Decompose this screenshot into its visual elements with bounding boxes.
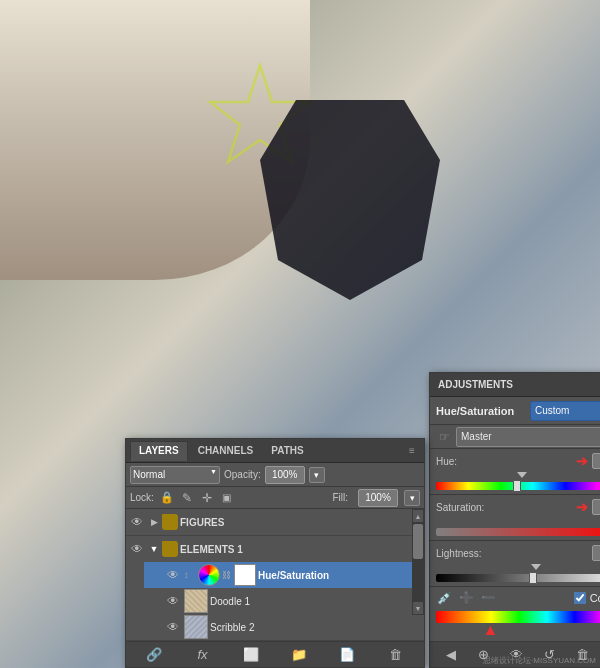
layers-scrollbar[interactable]: ▲ ▼ [412, 509, 424, 615]
opacity-label: Opacity: [224, 469, 261, 480]
fill-input[interactable] [358, 489, 398, 507]
arrow-figures[interactable]: ▶ [148, 516, 160, 528]
panels-area: LAYERS CHANNELS PATHS ≡ Normal Opacity: … [60, 372, 600, 668]
bg-dark-shape [260, 100, 440, 300]
adj-back-button[interactable]: ◀ [441, 645, 461, 665]
eye-icon-scribble2[interactable]: 👁 [164, 618, 182, 636]
layer-toolbar: 🔗 fx ⬜ 📁 📄 🗑 [126, 641, 424, 667]
fx-button[interactable]: fx [192, 645, 212, 665]
scribble2-label: Scribble 2 [210, 622, 422, 633]
lock-label: Lock: [130, 492, 154, 503]
color-bar-row: ▲ [430, 609, 600, 641]
adj-preset-select[interactable]: Custom [530, 401, 600, 421]
colorize-checkbox[interactable] [574, 592, 586, 604]
blend-mode-wrapper[interactable]: Normal [130, 466, 220, 484]
panel-tabs: LAYERS CHANNELS PATHS ≡ [126, 439, 424, 463]
color-bar-up-arrow: ▲ [483, 623, 499, 637]
scroll-down[interactable]: ▼ [413, 602, 423, 614]
opacity-arrow-icon[interactable]: ▾ [309, 467, 325, 483]
new-layer-button[interactable]: 📄 [337, 645, 357, 665]
hue-value-input[interactable] [592, 453, 600, 469]
opacity-input[interactable] [265, 466, 305, 484]
delete-layer-button[interactable]: 🗑 [386, 645, 406, 665]
blend-mode-select[interactable]: Normal [130, 466, 220, 484]
transform-icon[interactable]: ✛ [200, 491, 214, 505]
link-layers-button[interactable]: 🔗 [144, 645, 164, 665]
fill-arrow-icon[interactable]: ▾ [404, 490, 420, 506]
adj-channel-wrapper[interactable]: Master [456, 427, 600, 447]
layers-lock-row: Lock: 🔒 ✎ ✛ ▣ Fill: ▾ [126, 487, 424, 509]
adj-lightness-row: Lightness: [430, 541, 600, 587]
layer-group-figures: 👁 ▶ FIGURES [126, 509, 424, 536]
color-bar [436, 611, 600, 623]
folder-icon-figures [162, 514, 178, 530]
layer-row-elements1[interactable]: 👁 ▼ ELEMENTS 1 [126, 536, 424, 562]
adj-preset-wrapper[interactable]: Custom [530, 401, 600, 421]
layers-panel: LAYERS CHANNELS PATHS ≡ Normal Opacity: … [125, 438, 425, 668]
lock-icon[interactable]: 🔒 [160, 491, 174, 505]
group-button[interactable]: 📁 [289, 645, 309, 665]
eyedropper-icon[interactable]: 💉 [436, 590, 452, 606]
layer-mask-thumb [234, 564, 256, 586]
figures-label: FIGURES [180, 517, 422, 528]
eyedropper-row: 💉 ➕ ➖ Colorize [430, 587, 600, 609]
sat-slider-track[interactable] [436, 528, 600, 536]
watermark: 思绪设计论坛·MISSYUAN.COM [483, 655, 596, 666]
sat-value-input[interactable] [592, 499, 600, 515]
light-slider-track[interactable] [436, 574, 600, 582]
adj-saturation-row: Saturation: ➔ [430, 495, 600, 541]
elements1-label: ELEMENTS 1 [180, 544, 422, 555]
sat-label-row: Saturation: ➔ [436, 499, 600, 515]
eye-icon-elements1[interactable]: 👁 [128, 540, 146, 558]
move-icon[interactable]: ✎ [180, 491, 194, 505]
tab-layers[interactable]: LAYERS [130, 441, 188, 461]
scroll-thumb[interactable] [413, 524, 423, 559]
adj-channel-select[interactable]: Master [456, 427, 600, 447]
eyedropper-subtract-icon[interactable]: ➖ [480, 590, 496, 606]
layer-row-scribble2[interactable]: 👁 Scribble 2 [144, 614, 424, 640]
tab-channels[interactable]: CHANNELS [190, 441, 262, 461]
eye-icon-doodle1[interactable]: 👁 [164, 592, 182, 610]
sat-triangle-indicator [436, 518, 600, 526]
hue-triangle [517, 472, 527, 478]
layer-row-doodle1[interactable]: 👁 Doodle 1 [144, 588, 424, 614]
layers-controls: Normal Opacity: ▾ [126, 463, 424, 487]
fill-label: Fill: [332, 492, 348, 503]
adj-type-row: Hue/Saturation Custom [430, 397, 600, 425]
color-bar-arrow-row: ▲ [436, 623, 600, 637]
adj-title: ADJUSTMENTS [438, 379, 600, 390]
hue-slider-track[interactable] [436, 482, 600, 490]
hue-triangle-indicator [436, 472, 600, 480]
colorize-row: Colorize [574, 592, 600, 604]
layer-row-figures[interactable]: 👁 ▶ FIGURES [126, 509, 424, 535]
panel-menu-button[interactable]: ≡ [404, 443, 420, 459]
scribble-thumb [184, 615, 208, 639]
eyedropper-add-icon[interactable]: ➕ [458, 590, 474, 606]
eye-icon-figures[interactable]: 👁 [128, 513, 146, 531]
arrow-elements1[interactable]: ▼ [148, 543, 160, 555]
layer-group-elements1: 👁 ▼ ELEMENTS 1 👁 ↕ ⛓ Hue/Saturation 👁 [126, 536, 424, 641]
folder-icon-elements1 [162, 541, 178, 557]
adj-header: ADJUSTMENTS ≡ [430, 373, 600, 397]
light-value-input[interactable] [592, 545, 600, 561]
hand-tool-icon[interactable]: ☞ [436, 429, 452, 445]
layer-list: 👁 ▶ FIGURES 👁 ▼ ELEMENTS 1 👁 ↕ [126, 509, 424, 641]
light-slider-thumb[interactable] [529, 572, 537, 584]
hue-slider-thumb[interactable] [513, 480, 521, 492]
pixel-icon[interactable]: ▣ [220, 491, 234, 505]
colorize-label: Colorize [590, 592, 600, 604]
scroll-up[interactable]: ▲ [413, 510, 423, 522]
tab-paths[interactable]: PATHS [263, 441, 311, 461]
adj-hue-row: Hue: ➔ [430, 449, 600, 495]
adj-channel-row: ☞ Master [430, 425, 600, 449]
light-label-row: Lightness: [436, 545, 600, 561]
light-triangle-indicator [436, 564, 600, 572]
adj-type-label: Hue/Saturation [436, 405, 524, 417]
layer-row-hue-saturation[interactable]: 👁 ↕ ⛓ Hue/Saturation [144, 562, 424, 588]
doodle1-label: Doodle 1 [210, 596, 422, 607]
light-label: Lightness: [436, 548, 588, 559]
eye-icon-hue-sat[interactable]: 👁 [164, 566, 182, 584]
hue-label: Hue: [436, 456, 572, 467]
mask-button[interactable]: ⬜ [241, 645, 261, 665]
hue-label-row: Hue: ➔ [436, 453, 600, 469]
